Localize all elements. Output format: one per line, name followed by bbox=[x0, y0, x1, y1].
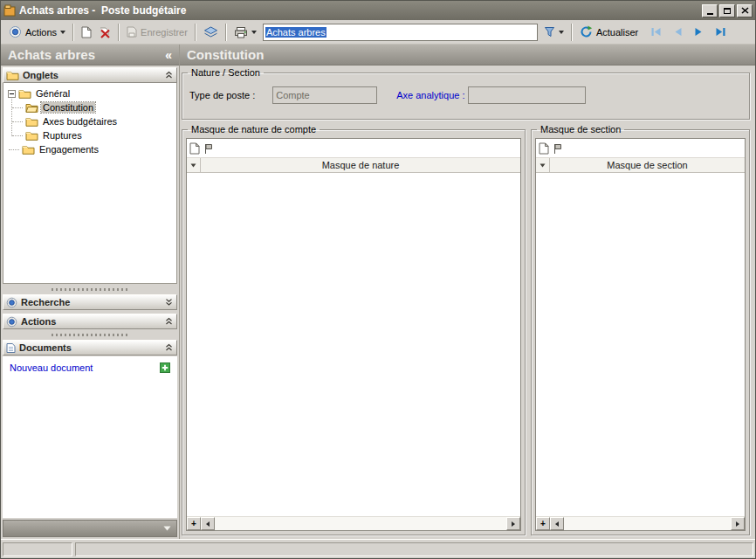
next-record-icon bbox=[694, 27, 704, 37]
panel-header-onglets[interactable]: Onglets bbox=[3, 67, 177, 83]
add-document-button[interactable] bbox=[160, 362, 170, 373]
sidebar-title: Achats arbres bbox=[8, 47, 95, 62]
new-page-icon[interactable] bbox=[539, 142, 549, 155]
first-record-button[interactable] bbox=[647, 23, 665, 42]
grid-header-row: Masque de section bbox=[536, 157, 745, 173]
scroll-right-button[interactable] bbox=[731, 517, 745, 530]
grid-body[interactable] bbox=[536, 173, 745, 516]
splitter-grip[interactable] bbox=[52, 334, 128, 336]
chevron-up-icon[interactable] bbox=[165, 343, 174, 352]
toolbar-separator bbox=[225, 24, 227, 41]
sidebar-header: Achats arbres « bbox=[1, 45, 179, 66]
sidebar-bottom-bar[interactable] bbox=[3, 520, 177, 537]
masque-nature-legend: Masque de nature de compte bbox=[188, 124, 320, 135]
flag-icon[interactable] bbox=[553, 143, 562, 155]
record-navigation bbox=[647, 23, 730, 42]
next-record-button[interactable] bbox=[691, 23, 707, 42]
refresh-icon bbox=[580, 25, 593, 38]
row-selector-header[interactable] bbox=[187, 158, 201, 172]
grid-scrollbar: + bbox=[187, 516, 520, 530]
bullseye-icon bbox=[6, 297, 17, 308]
minimize-button[interactable] bbox=[702, 4, 718, 17]
folder-icon bbox=[18, 88, 31, 99]
type-de-poste-label: Type de poste : bbox=[189, 90, 255, 100]
new-page-icon bbox=[81, 26, 92, 38]
panel-header-documents[interactable]: Documents bbox=[3, 340, 177, 355]
sidebar-stack: Onglets Général Co bbox=[1, 66, 179, 539]
tree-item-engagements[interactable]: Engagements bbox=[4, 142, 175, 156]
refresh-button[interactable]: Actualiser bbox=[576, 23, 642, 42]
panel-label: Actions bbox=[21, 316, 56, 327]
tree-connector bbox=[12, 121, 23, 122]
main-toolbar: Actions Enregistrer Achats arbres bbox=[1, 20, 755, 45]
type-de-poste-field: Compte bbox=[272, 86, 377, 104]
actions-menu-button[interactable]: Actions bbox=[5, 23, 69, 42]
window-title: Achats arbres - Poste budgétaire bbox=[19, 4, 698, 17]
sidebar-collapse-button[interactable]: « bbox=[165, 49, 172, 61]
grid-body[interactable] bbox=[187, 173, 520, 516]
tree-label: Constitution bbox=[41, 102, 95, 113]
status-bar bbox=[1, 539, 755, 558]
new-record-button[interactable] bbox=[78, 23, 95, 42]
layers-icon bbox=[203, 26, 218, 38]
new-document-link[interactable]: Nouveau document bbox=[10, 362, 93, 373]
save-button[interactable]: Enregistrer bbox=[123, 23, 191, 42]
scrollbar-track[interactable] bbox=[215, 517, 506, 530]
add-row-button[interactable]: + bbox=[187, 517, 201, 530]
chevron-down-icon bbox=[163, 526, 171, 531]
column-header[interactable]: Masque de nature bbox=[201, 158, 520, 172]
tree-children-general: Constitution Axes budgétaires Ruptures bbox=[4, 100, 175, 142]
new-page-icon[interactable] bbox=[189, 142, 200, 155]
collapse-toggle-icon[interactable] bbox=[8, 90, 16, 98]
chevron-up-icon[interactable] bbox=[165, 317, 174, 326]
masque-section-legend: Masque de section bbox=[537, 124, 624, 135]
nature-section-row: Type de poste : Compte Axe analytique : bbox=[184, 79, 747, 104]
close-button[interactable] bbox=[737, 4, 753, 17]
masque-section-grid: Masque de section + bbox=[535, 138, 746, 531]
masques-row: Masque de nature de compte Masque de na bbox=[182, 124, 750, 535]
scroll-right-button[interactable] bbox=[506, 517, 520, 530]
tree-connector bbox=[12, 107, 23, 108]
panel-header-actions[interactable]: Actions bbox=[3, 314, 177, 329]
save-icon bbox=[127, 26, 137, 38]
axe-analytique-label[interactable]: Axe analytique : bbox=[396, 90, 464, 100]
masque-section-toolbar bbox=[536, 139, 745, 157]
folder-icon bbox=[6, 70, 19, 80]
layers-button[interactable] bbox=[200, 23, 222, 42]
chevron-down-double-icon[interactable] bbox=[165, 298, 174, 307]
tree-item-constitution[interactable]: Constitution bbox=[4, 100, 175, 114]
column-header[interactable]: Masque de section bbox=[550, 158, 745, 172]
scroll-left-button[interactable] bbox=[201, 517, 215, 530]
maximize-icon bbox=[724, 8, 731, 14]
delete-record-button[interactable] bbox=[95, 23, 114, 42]
tree-item-ruptures[interactable]: Ruptures bbox=[4, 128, 175, 142]
tree-item-general[interactable]: Général bbox=[4, 86, 175, 100]
last-record-button[interactable] bbox=[711, 23, 730, 42]
chevron-down-icon bbox=[190, 163, 196, 168]
panel-header-recherche[interactable]: Recherche bbox=[3, 294, 177, 310]
status-cell-left bbox=[3, 542, 72, 556]
print-button[interactable] bbox=[230, 23, 260, 42]
axe-analytique-field bbox=[468, 86, 586, 104]
masque-nature-toolbar bbox=[187, 139, 520, 157]
row-selector-header[interactable] bbox=[536, 158, 550, 172]
nature-section-group: Nature / Section Type de poste : Compte … bbox=[182, 67, 750, 120]
chevron-up-icon[interactable] bbox=[165, 71, 174, 79]
arrow-right-icon bbox=[512, 521, 515, 527]
panel-label: Recherche bbox=[21, 297, 70, 307]
arrow-left-icon bbox=[555, 521, 559, 527]
previous-record-button[interactable] bbox=[670, 23, 686, 42]
maximize-button[interactable] bbox=[719, 4, 735, 17]
scrollbar-track[interactable] bbox=[564, 517, 731, 530]
flag-icon[interactable] bbox=[203, 143, 213, 155]
tree-connector bbox=[9, 149, 19, 150]
filter-button[interactable] bbox=[540, 23, 567, 42]
add-row-button[interactable]: + bbox=[536, 517, 550, 530]
splitter-grip[interactable] bbox=[52, 288, 128, 291]
app-icon bbox=[3, 4, 16, 17]
record-name-input[interactable]: Achats arbres bbox=[263, 24, 538, 41]
close-icon bbox=[741, 7, 749, 14]
scroll-left-button[interactable] bbox=[550, 517, 564, 530]
tree-item-axes-budgetaires[interactable]: Axes budgétaires bbox=[4, 114, 175, 128]
tree-connector bbox=[12, 135, 23, 136]
